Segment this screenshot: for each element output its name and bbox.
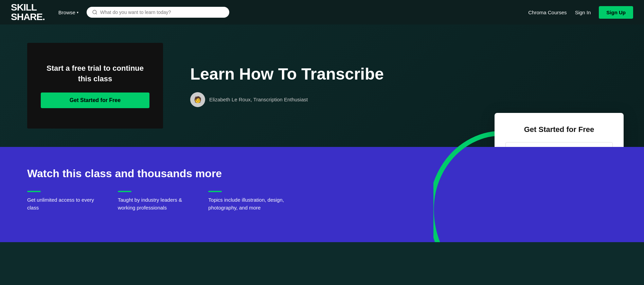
feature-bar-1 <box>27 191 41 192</box>
browse-nav[interactable]: Browse ▾ <box>58 10 78 15</box>
feature-item-3: Topics include illustration, design, pho… <box>208 191 285 212</box>
lower-section: Watch this class and thousands more Get … <box>0 147 644 242</box>
chroma-courses-link[interactable]: Chroma Courses <box>528 10 567 15</box>
signup-card-title: Get Started for Free <box>505 125 613 134</box>
svg-point-0 <box>93 10 96 14</box>
trial-card: Start a free trial to continue this clas… <box>27 43 163 129</box>
feature-bar-3 <box>208 191 222 192</box>
instructor-row: 🧑 Elizabeth Le Roux, Transcription Enthu… <box>190 92 617 107</box>
search-bar <box>87 7 229 18</box>
svg-line-1 <box>96 13 97 14</box>
feature-text-3: Topics include illustration, design, pho… <box>208 196 285 212</box>
hero-content: Learn How To Transcribe 🧑 Elizabeth Le R… <box>163 64 617 107</box>
avatar: 🧑 <box>190 92 205 107</box>
features-grid: Get unlimited access to every class Taug… <box>27 191 285 212</box>
facebook-signup-button[interactable]: Continue with Facebook <box>505 142 613 147</box>
trial-card-title: Start a free trial to continue this clas… <box>41 63 149 84</box>
feature-item-1: Get unlimited access to every class <box>27 191 104 212</box>
feature-text-1: Get unlimited access to every class <box>27 196 104 212</box>
lower-title: Watch this class and thousands more <box>27 167 617 180</box>
get-started-button[interactable]: Get Started for Free <box>41 93 149 108</box>
chevron-down-icon: ▾ <box>77 11 78 14</box>
logo-text: SKILL SHARE. <box>11 3 45 22</box>
feature-bar-2 <box>118 191 131 192</box>
signup-card: Get Started for Free Continue with Faceb… <box>495 113 624 147</box>
feature-text-2: Taught by industry leaders & working pro… <box>118 196 195 212</box>
course-title: Learn How To Transcribe <box>190 64 617 84</box>
header-right: Chroma Courses Sign In Sign Up <box>528 6 633 19</box>
signup-button[interactable]: Sign Up <box>599 6 633 19</box>
header: SKILL SHARE. Browse ▾ Chroma Courses Sig… <box>0 0 644 24</box>
search-icon <box>92 10 97 15</box>
hero-section: Start a free trial to continue this clas… <box>0 24 644 147</box>
facebook-icon <box>511 147 519 147</box>
signin-link[interactable]: Sign In <box>575 10 591 15</box>
logo: SKILL SHARE. <box>11 3 45 22</box>
feature-item-2: Taught by industry leaders & working pro… <box>118 191 195 212</box>
search-input[interactable] <box>100 10 224 15</box>
instructor-name: Elizabeth Le Roux, Transcription Enthusi… <box>209 97 308 102</box>
